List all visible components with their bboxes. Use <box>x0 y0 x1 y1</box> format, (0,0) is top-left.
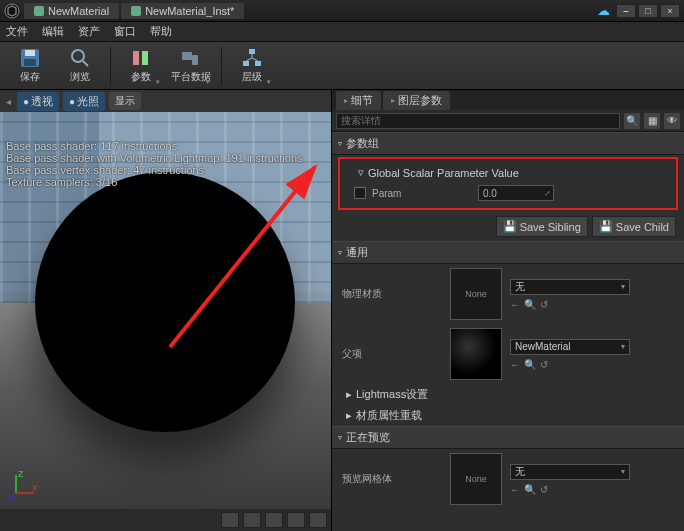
reset-icon[interactable]: ↺ <box>540 484 548 495</box>
param-value-input[interactable]: 0.0 <box>478 185 554 201</box>
tab-details[interactable]: ▸细节 <box>336 91 381 110</box>
mesh-cube-icon[interactable] <box>287 512 305 528</box>
tab-newmaterial[interactable]: NewMaterial <box>24 3 119 19</box>
asset-tools: ← 🔍 ↺ <box>510 484 630 495</box>
viewport-options-icon[interactable]: ◂ <box>4 96 13 107</box>
svg-line-5 <box>83 61 88 66</box>
section-general[interactable]: ▿通用 <box>332 241 684 264</box>
use-selected-icon[interactable]: ← <box>510 359 520 370</box>
phys-material-row: 物理材质 None 无 ← 🔍 ↺ <box>332 264 684 324</box>
search-icon[interactable]: 🔍 <box>624 113 640 129</box>
axis-gizmo-icon: z x y <box>8 471 38 501</box>
asset-tools: ← 🔍 ↺ <box>510 299 630 310</box>
tab-layer-params[interactable]: ▸图层参数 <box>383 91 450 110</box>
save-sibling-button[interactable]: 💾Save Sibling <box>496 216 588 237</box>
global-scalar-header[interactable]: ▿Global Scalar Parameter Value <box>344 163 672 182</box>
save-buttons-row: 💾Save Sibling 💾Save Child <box>332 212 684 241</box>
ue-logo-icon <box>4 3 20 19</box>
panel-body: ▿参数组 ▿Global Scalar Parameter Value Para… <box>332 132 684 531</box>
platform-button[interactable]: 平台数据 <box>169 45 213 87</box>
mesh-plane-icon[interactable] <box>265 512 283 528</box>
preview-mesh-row: 预览网格体 None 无 ← 🔍 ↺ <box>332 449 684 509</box>
menu-bar: 文件 编辑 资产 窗口 帮助 <box>0 22 684 42</box>
svg-rect-2 <box>25 50 35 56</box>
save-icon: 💾 <box>503 220 517 233</box>
platform-icon <box>180 47 202 69</box>
preview-mesh-thumb[interactable]: None <box>450 453 502 505</box>
title-bar: NewMaterial NewMaterial_Inst* ☁ ‒ □ × <box>0 0 684 22</box>
lightmass-header[interactable]: ▸Lightmass设置 <box>332 384 684 405</box>
tab-newmaterial-inst[interactable]: NewMaterial_Inst* <box>121 3 244 19</box>
svg-rect-6 <box>133 51 139 65</box>
reset-icon[interactable]: ↺ <box>540 299 548 310</box>
mesh-sphere-icon[interactable] <box>243 512 261 528</box>
toolbar: 保存 浏览 参数 平台数据 层级 <box>0 42 684 90</box>
cloud-icon[interactable]: ☁ <box>597 3 610 18</box>
parent-label: 父项 <box>342 347 442 361</box>
minimize-button[interactable]: ‒ <box>616 4 636 18</box>
material-icon <box>34 6 44 16</box>
menu-file[interactable]: 文件 <box>6 24 28 39</box>
parent-thumb[interactable] <box>450 328 502 380</box>
highlighted-param-box: ▿Global Scalar Parameter Value Param 0.0 <box>338 157 678 210</box>
mesh-custom-icon[interactable] <box>309 512 327 528</box>
save-button[interactable]: 保存 <box>8 45 52 87</box>
close-button[interactable]: × <box>660 4 680 18</box>
param-checkbox[interactable] <box>354 187 366 199</box>
show-button[interactable]: 显示 <box>109 92 141 110</box>
param-row: Param 0.0 <box>344 182 672 204</box>
panel-tabs: ▸细节 ▸图层参数 <box>332 90 684 110</box>
details-panel: ▸细节 ▸图层参数 🔍 ▦ 👁 ▿参数组 ▿Global Scalar Para… <box>332 90 684 531</box>
parent-row: 父项 NewMaterial ← 🔍 ↺ <box>332 324 684 384</box>
svg-text:z: z <box>18 471 24 479</box>
use-selected-icon[interactable]: ← <box>510 299 520 310</box>
svg-point-4 <box>72 50 84 62</box>
preview-sphere <box>35 172 295 432</box>
hierarchy-button[interactable]: 层级 <box>230 45 274 87</box>
svg-rect-7 <box>142 51 148 65</box>
params-button[interactable]: 参数 <box>119 45 163 87</box>
browse-to-icon[interactable]: 🔍 <box>524 359 536 370</box>
svg-rect-11 <box>243 61 249 66</box>
hierarchy-icon <box>241 47 263 69</box>
use-selected-icon[interactable]: ← <box>510 484 520 495</box>
eye-icon[interactable]: 👁 <box>664 113 680 129</box>
mesh-cylinder-icon[interactable] <box>221 512 239 528</box>
menu-edit[interactable]: 编辑 <box>42 24 64 39</box>
search-input[interactable] <box>336 113 620 129</box>
save-icon <box>19 47 41 69</box>
menu-window[interactable]: 窗口 <box>114 24 136 39</box>
shader-stats: Base pass shader: 117 instructions Base … <box>6 140 303 188</box>
main-area: ◂ ● 透视 ● 光照 显示 Base pass shader: 117 ins… <box>0 90 684 531</box>
phys-material-label: 物理材质 <box>342 287 442 301</box>
menu-help[interactable]: 帮助 <box>150 24 172 39</box>
grid-icon[interactable]: ▦ <box>644 113 660 129</box>
reset-icon[interactable]: ↺ <box>540 359 548 370</box>
svg-rect-3 <box>24 59 36 66</box>
lit-button[interactable]: ● 光照 <box>63 92 105 111</box>
param-label: Param <box>372 188 472 199</box>
viewport-bottom-bar <box>0 509 331 531</box>
browse-button[interactable]: 浏览 <box>58 45 102 87</box>
phys-material-dropdown[interactable]: 无 <box>510 279 630 295</box>
save-icon: 💾 <box>599 220 613 233</box>
material-icon <box>131 6 141 16</box>
viewport-3d[interactable]: Base pass shader: 117 instructions Base … <box>0 112 331 509</box>
svg-rect-8 <box>182 52 192 60</box>
save-child-button[interactable]: 💾Save Child <box>592 216 676 237</box>
svg-text:y: y <box>8 491 14 501</box>
maximize-button[interactable]: □ <box>638 4 658 18</box>
browse-to-icon[interactable]: 🔍 <box>524 299 536 310</box>
phys-material-thumb[interactable]: None <box>450 268 502 320</box>
window-buttons: ‒ □ × <box>616 4 680 18</box>
browse-to-icon[interactable]: 🔍 <box>524 484 536 495</box>
menu-asset[interactable]: 资产 <box>78 24 100 39</box>
preview-mesh-dropdown[interactable]: 无 <box>510 464 630 480</box>
parent-dropdown[interactable]: NewMaterial <box>510 339 630 355</box>
material-override-header[interactable]: ▸材质属性重载 <box>332 405 684 426</box>
svg-rect-10 <box>249 49 255 54</box>
viewport-panel: ◂ ● 透视 ● 光照 显示 Base pass shader: 117 ins… <box>0 90 332 531</box>
perspective-button[interactable]: ● 透视 <box>17 92 59 111</box>
section-previewing[interactable]: ▿正在预览 <box>332 426 684 449</box>
section-param-group[interactable]: ▿参数组 <box>332 132 684 155</box>
